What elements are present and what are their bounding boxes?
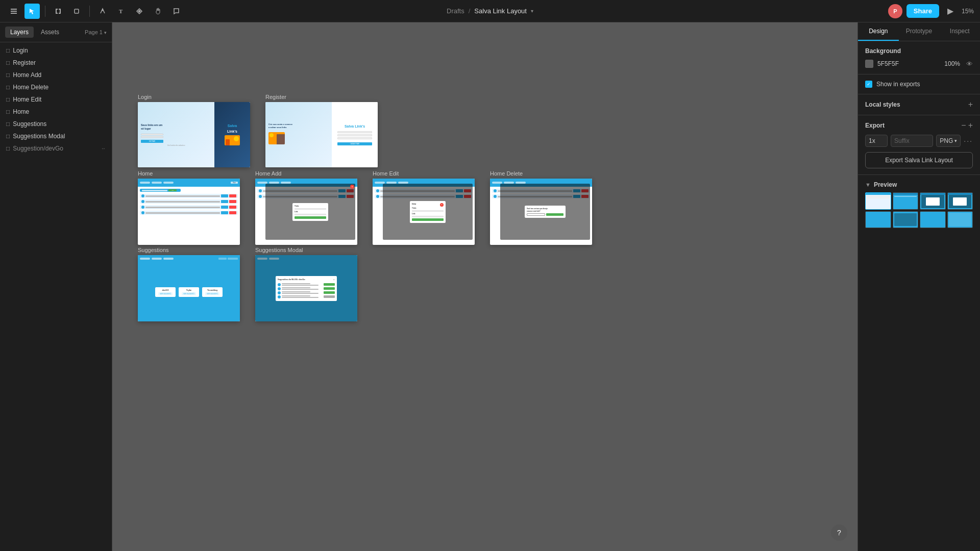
login-frame-content: Seus links em umsó lugar ENTRAR Você ain… — [138, 102, 250, 167]
canvas-area[interactable]: Login Seus links em umsó lugar ENTRAR — [112, 22, 857, 551]
edit-modal-overlay: Editar × Título: Link: — [383, 184, 473, 240]
filename-chevron[interactable]: ▾ — [531, 8, 533, 14]
layer-item-suggestions-modal[interactable]: □ Suggestions Modal — [0, 130, 112, 142]
export-controls: − + — [961, 121, 973, 130]
svg-rect-8 — [56, 9, 57, 14]
frame-label-suggestions-modal: Suggestions Modal — [255, 247, 357, 253]
edit-modal-box: Editar × Título: Link: — [410, 201, 446, 223]
add-export-button[interactable]: + — [968, 121, 973, 130]
preview-thumb-2[interactable] — [893, 192, 919, 210]
layer-label: Register — [13, 59, 106, 66]
frame-box-suggestions-modal[interactable]: Sugestões do BLOG: devGo × — [255, 255, 357, 321]
show-exports-row: ✓ Show in exports — [865, 81, 973, 88]
preview-thumb-1[interactable] — [865, 192, 891, 210]
frame-suggestions[interactable]: Suggestions devGOVER SUGESTÕ Trybe — [138, 247, 240, 321]
layer-item-home-add[interactable]: □ Home Add — [0, 69, 112, 81]
frame-box-home-edit[interactable]: Editar × Título: Link: — [373, 179, 475, 245]
export-button[interactable]: Export Salva Link Layout — [865, 152, 973, 168]
export-format-select[interactable]: PNG ▾ — [936, 135, 961, 147]
delete-modal-overlay: Você tem certeza que desejaremover este … — [500, 184, 590, 240]
layer-list: □ Login □ Register □ Home Add □ Home Del… — [0, 42, 112, 551]
component-tool[interactable] — [132, 4, 147, 19]
tab-prototype[interactable]: Prototype — [899, 22, 940, 41]
frame-label-home: Home — [138, 170, 240, 177]
frame-login[interactable]: Login Seus links em umsó lugar ENTRAR — [138, 94, 250, 167]
home-content: Sair ADD — [138, 179, 240, 245]
frame-home-add[interactable]: Home Add Título: — [255, 170, 357, 245]
frame-home-delete[interactable]: Home Delete Você tem certeza que deseja — [490, 170, 592, 245]
tool-separator-1 — [45, 6, 45, 17]
preview-thumb-5[interactable] — [865, 211, 891, 229]
frame-box-login[interactable]: Seus links em umsó lugar ENTRAR Você ain… — [138, 102, 250, 167]
pen-tool[interactable] — [95, 4, 110, 19]
file-name[interactable]: Salva Link Layout — [474, 7, 527, 15]
sidebar-tabs: Layers Assets Page 1 ▾ — [0, 22, 112, 42]
frame-icon: □ — [6, 59, 10, 66]
preview-section: ▼ Preview — [858, 175, 980, 234]
preview-header: ▼ Preview — [865, 181, 973, 188]
frame-suggestions-modal[interactable]: Suggestions Modal Sugestões do BLOG: dev… — [255, 247, 357, 321]
preview-thumb-4[interactable] — [947, 192, 973, 210]
text-tool[interactable]: T — [113, 4, 129, 19]
move-tool[interactable] — [24, 4, 40, 19]
frame-home-edit[interactable]: Home Edit Editar — [373, 170, 475, 245]
checkmark-icon: ✓ — [867, 82, 871, 87]
suggestions-content: devGOVER SUGESTÕ TrybeVER SUGESTÕ Tecnob… — [138, 255, 240, 321]
preview-thumb-6[interactable] — [893, 211, 919, 229]
tab-design[interactable]: Design — [858, 22, 899, 41]
background-opacity[interactable]: 100% — [944, 60, 960, 67]
svg-point-11 — [102, 9, 104, 11]
frame-box-register[interactable]: Crie sua conta e comecea salvar seus lin… — [265, 102, 378, 167]
menu-tool[interactable] — [6, 4, 21, 19]
layer-expand: ↔ — [101, 146, 106, 151]
comment-tool[interactable] — [168, 4, 184, 19]
layer-item-home[interactable]: □ Home — [0, 106, 112, 118]
layer-item-register[interactable]: □ Register — [0, 57, 112, 69]
right-tabs: Design Prototype Inspect — [858, 22, 980, 41]
frame-icon: □ — [6, 145, 10, 152]
tab-layers[interactable]: Layers — [5, 27, 34, 38]
frame-box-home-delete[interactable]: Você tem certeza que desejaremover este … — [490, 179, 592, 245]
frame-register[interactable]: Register Crie sua conta e comecea salvar… — [265, 94, 378, 167]
frame-home[interactable]: Home Sair ADD — [138, 170, 240, 245]
layer-item-home-delete[interactable]: □ Home Delete — [0, 81, 112, 93]
export-suffix-input[interactable]: Suffix — [891, 135, 933, 147]
export-more-button[interactable]: ··· — [964, 137, 973, 145]
share-button[interactable]: Share — [906, 4, 939, 18]
frame-box-suggestions[interactable]: devGOVER SUGESTÕ TrybeVER SUGESTÕ Tecnob… — [138, 255, 240, 321]
frame-box-home[interactable]: Sair ADD — [138, 179, 240, 245]
preview-thumb-7[interactable] — [920, 211, 946, 229]
frame-tool[interactable] — [51, 4, 66, 19]
export-scale-input[interactable]: 1x — [865, 135, 888, 147]
show-exports-checkbox[interactable]: ✓ — [865, 81, 872, 88]
toolbar: T Drafts / Salva Link Layout ▾ P Share ▶… — [0, 0, 980, 22]
background-title: Background — [865, 47, 973, 55]
hand-tool[interactable] — [150, 4, 165, 19]
layer-item-suggestions[interactable]: □ Suggestions — [0, 118, 112, 130]
layer-item-home-edit[interactable]: □ Home Edit — [0, 93, 112, 106]
layer-label: Suggestions Modal — [13, 133, 106, 140]
help-button[interactable]: ? — [831, 524, 847, 541]
tab-inspect[interactable]: Inspect — [939, 22, 980, 41]
zoom-level[interactable]: 15% — [962, 8, 974, 15]
background-hex[interactable]: 5F5F5F — [877, 60, 940, 67]
remove-export-button[interactable]: − — [961, 121, 966, 130]
tab-assets[interactable]: Assets — [36, 27, 64, 38]
preview-thumb-3[interactable] — [920, 192, 946, 210]
preview-toggle-icon[interactable]: ▼ — [865, 182, 871, 188]
frame-icon: □ — [6, 47, 10, 54]
layer-item-login[interactable]: □ Login — [0, 44, 112, 57]
add-local-style-button[interactable]: + — [968, 101, 973, 109]
background-color-swatch[interactable] — [865, 60, 873, 68]
frame-box-home-add[interactable]: Título: Link: × — [255, 179, 357, 245]
layer-item-suggestion-devgo[interactable]: □ Suggestion/devGo ↔ — [0, 142, 112, 155]
toolbar-right: P Share ▶ 15% — [888, 4, 974, 18]
eye-icon[interactable]: 👁 — [966, 60, 973, 68]
shape-tool[interactable] — [69, 4, 84, 19]
tool-separator-2 — [89, 6, 90, 17]
frame-icon: □ — [6, 71, 10, 79]
left-sidebar: Layers Assets Page 1 ▾ □ Login □ Registe… — [0, 22, 112, 551]
play-button[interactable]: ▶ — [943, 4, 958, 18]
project-name[interactable]: Drafts — [447, 7, 464, 15]
preview-thumb-8[interactable] — [947, 211, 973, 229]
